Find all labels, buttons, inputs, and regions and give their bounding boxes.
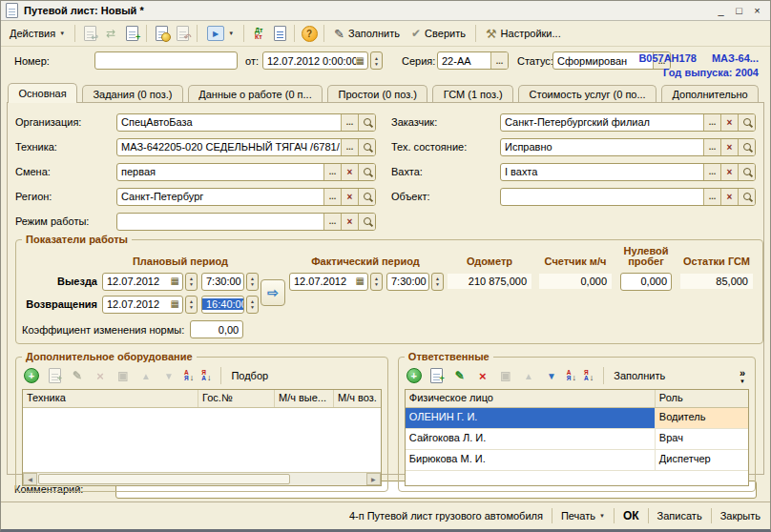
date-spinner[interactable]: ▲▼ (185, 296, 198, 314)
organization-field[interactable]: СпецАвтоБаза ... (116, 113, 376, 132)
person-cell[interactable]: Сайгокова Л. И. (406, 429, 656, 449)
scrollbar-thumb[interactable] (38, 474, 290, 484)
close-form-button[interactable]: Закрыть (720, 510, 761, 522)
dt-kt-icon[interactable]: ДтКт (250, 25, 267, 42)
post-document-icon[interactable] (153, 25, 170, 42)
print-button[interactable]: Печать ▼ (561, 510, 605, 522)
calendar-icon[interactable]: ▦ (356, 276, 367, 286)
customer-open-button[interactable] (738, 114, 755, 131)
copy-row-icon[interactable]: + (429, 368, 445, 383)
calendar-icon[interactable]: ▦ (171, 276, 182, 286)
reread-icon[interactable]: ↩ (81, 25, 98, 42)
help-button[interactable]: ? (301, 25, 318, 42)
date-spinner[interactable]: ▲▼ (185, 273, 198, 291)
date-spinner[interactable]: ▲▼ (370, 51, 383, 70)
copy-planned-to-actual-button[interactable]: ⇨ (260, 279, 285, 306)
role-cell[interactable]: Врач (656, 429, 748, 449)
customer-field[interactable]: Санкт-Петербургский филиал ... × (500, 113, 756, 132)
edit-row-icon[interactable]: ✎ (452, 368, 468, 383)
tab-tasks[interactable]: Задания (0 поз.) (82, 85, 183, 103)
actual-departure-date-field[interactable]: 12.07.2012 ▦ (289, 273, 368, 291)
delete-row-icon[interactable]: × (93, 368, 108, 383)
column-header[interactable]: Роль (656, 390, 748, 407)
scroll-left-icon[interactable]: ◀ (23, 473, 37, 485)
column-header[interactable]: Физическое лицо (406, 390, 656, 407)
report-icon[interactable] (271, 25, 288, 42)
series-ellipsis-button[interactable]: ... (490, 52, 508, 69)
mode-ellipsis-button[interactable]: ... (323, 214, 341, 230)
column-header[interactable]: Гос.№ (198, 390, 275, 407)
mode-open-button[interactable] (358, 214, 375, 230)
organization-ellipsis-button[interactable]: ... (341, 114, 358, 131)
watch-ellipsis-button[interactable]: ... (703, 164, 720, 180)
object-field[interactable]: ... × (500, 188, 756, 206)
zero-run-field[interactable]: 0,000 (620, 273, 672, 291)
sort-descending-icon[interactable]: ЯА ↓ (201, 370, 211, 382)
planned-departure-time-field[interactable]: 7:30:00 (201, 273, 244, 291)
maximize-button[interactable]: □ (731, 4, 747, 18)
move-down-icon[interactable]: ▼ (161, 368, 177, 383)
add-row-icon[interactable]: + (406, 368, 422, 383)
more-buttons-control[interactable]: » ▼ (740, 368, 747, 384)
edit-row-icon[interactable]: ✎ (70, 368, 85, 383)
watch-open-button[interactable] (738, 164, 755, 180)
horizontal-scrollbar[interactable]: ◀ ▶ (23, 472, 381, 485)
move-up-icon[interactable]: ▲ (138, 368, 154, 383)
column-header[interactable]: М/ч вые... (275, 390, 334, 407)
sort-ascending-icon[interactable]: АЯ ↓ (567, 370, 576, 382)
save-button[interactable]: Записать (657, 510, 702, 522)
tab-service-cost[interactable]: Стоимость услуг (0 по... (518, 85, 656, 103)
minimize-button[interactable]: _ (713, 4, 729, 18)
table-row[interactable]: Сайгокова Л. И. Врач (406, 429, 748, 450)
region-ellipsis-button[interactable]: ... (323, 189, 341, 205)
shift-ellipsis-button[interactable]: ... (323, 164, 341, 180)
move-up-icon[interactable]: ▲ (521, 368, 536, 383)
sort-ascending-icon[interactable]: АЯ ↓ (184, 370, 194, 382)
condition-clear-button[interactable]: × (720, 139, 738, 155)
calendar-icon[interactable]: ▦ (171, 299, 182, 309)
end-edit-icon[interactable]: ▣ (498, 368, 513, 383)
number-field[interactable] (94, 51, 238, 70)
date-spinner[interactable]: ▲▼ (370, 273, 383, 291)
copy-document-icon[interactable]: + (123, 25, 140, 42)
shift-field[interactable]: первая ... × (116, 163, 376, 181)
sort-descending-icon[interactable]: ЯА ↓ (584, 370, 594, 382)
person-cell[interactable]: ОЛЕНИН Г. И. (406, 408, 656, 428)
unpost-document-icon[interactable]: ↶ (174, 25, 191, 42)
table-row[interactable]: ОЛЕНИН Г. И. Водитель (406, 408, 748, 429)
ok-button[interactable]: ОК (623, 509, 639, 522)
tab-work-data[interactable]: Данные о работе (0 п... (188, 85, 323, 103)
delete-row-icon[interactable]: × (475, 368, 490, 383)
time-spinner[interactable]: ▲▼ (431, 273, 444, 291)
vehicle-open-button[interactable] (358, 139, 375, 155)
add-row-icon[interactable]: + (24, 368, 39, 383)
move-down-icon[interactable]: ▼ (544, 368, 559, 383)
region-clear-button[interactable]: × (341, 189, 358, 205)
time-spinner[interactable]: ▲▼ (246, 273, 259, 291)
tab-additional[interactable]: Дополнительно (661, 85, 759, 103)
object-ellipsis-button[interactable]: ... (703, 189, 720, 205)
condition-field[interactable]: Исправно ... × (500, 138, 756, 156)
end-edit-icon[interactable]: ▣ (115, 368, 131, 383)
actual-departure-time-field[interactable]: 7:30:00 (386, 273, 429, 291)
region-open-button[interactable] (358, 189, 375, 205)
refresh-icon[interactable]: ⇄ (102, 25, 119, 42)
column-header[interactable]: Техника (23, 390, 198, 407)
mode-field[interactable]: ... × (116, 213, 376, 231)
coefficient-field[interactable]: 0,00 (190, 320, 243, 338)
series-field[interactable]: 22-АА ... (437, 51, 509, 70)
role-cell[interactable]: Диспетчер (656, 450, 748, 470)
watch-field[interactable]: I вахта ... × (500, 163, 756, 181)
planned-departure-date-field[interactable]: 12.07.2012 ▦ (102, 273, 183, 291)
equipment-table-body[interactable] (23, 408, 381, 472)
vehicle-ellipsis-button[interactable]: ... (341, 139, 358, 155)
close-button[interactable]: × (749, 4, 765, 18)
planned-return-time-field[interactable]: 16:40:00 (201, 296, 244, 314)
tab-fuel[interactable]: ГСМ (1 поз.) (432, 85, 513, 103)
shift-clear-button[interactable]: × (341, 164, 358, 180)
object-open-button[interactable] (738, 189, 755, 205)
fill-button[interactable]: ✎ Заполнить (330, 25, 404, 43)
object-clear-button[interactable]: × (720, 189, 738, 205)
person-cell[interactable]: Бирюкова М. И. (406, 450, 656, 470)
tab-main[interactable]: Основная (8, 83, 77, 103)
